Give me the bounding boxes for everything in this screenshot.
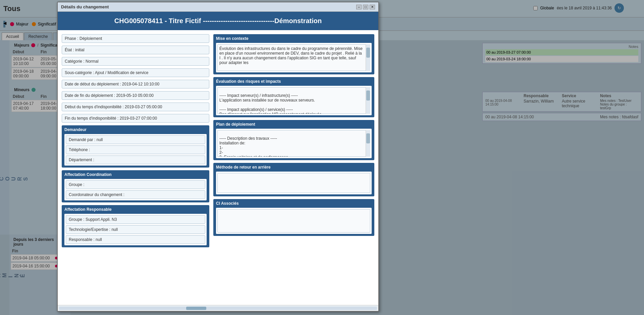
- plan-deploiement-block: Plan de déploiement ----- Description de…: [213, 120, 374, 160]
- technologie-field: Technologie/Expertise : null: [66, 225, 205, 234]
- affectation-resp-content: Groupe : Support Appli. N3 Technologie/E…: [64, 214, 207, 245]
- ci-associes-text: [217, 209, 370, 233]
- resp-groupe-field: Groupe : Support Appli. N3: [66, 215, 205, 224]
- horizontal-scrollbar[interactable]: [59, 307, 377, 310]
- methode-retour-text: [217, 173, 370, 193]
- modal-controls: – □ ✕: [356, 5, 375, 9]
- affectation-resp-block: Affectation Responsable Groupe : Support…: [62, 205, 209, 247]
- mise-en-contexte-title: Mise en contexte: [216, 36, 372, 41]
- evaluation-risques-content: ----- Impact serveur(s) / infrastructure…: [216, 86, 372, 115]
- scrollbar-thumb-eval: [366, 90, 370, 101]
- demandeur-title: Demandeur: [64, 127, 207, 132]
- date-fin-field: Date de fin du déploiement : 2019-05-10 …: [62, 91, 209, 100]
- modal-footer: [58, 305, 378, 311]
- maximize-button[interactable]: □: [363, 5, 368, 9]
- coord-groupe-field: Groupe :: [66, 180, 205, 189]
- minimize-button[interactable]: –: [356, 5, 362, 9]
- eval-content-text: ----- Impact serveur(s) / infrastructure…: [219, 93, 322, 114]
- modal-left-col: Phase : Déploiement État : initial Catég…: [62, 34, 209, 301]
- scrollbar-mise[interactable]: [366, 44, 370, 71]
- categorie-field: Catégorie : Normal: [62, 57, 209, 66]
- modal-title: Détails du changement: [61, 4, 109, 9]
- demandeur-block: Demandeur Demandé par : null Téléphone :…: [62, 125, 209, 168]
- methode-retour-title: Méthode de retour en arrière: [216, 165, 372, 170]
- modal-body: Phase : Déploiement État : initial Catég…: [58, 30, 378, 305]
- affectation-coord-content: Groupe : Coordonateur du changement :: [64, 179, 207, 200]
- plan-wrapper: ----- Description des travaux ----- Inst…: [217, 130, 370, 157]
- evaluation-risques-text: ----- Impact serveur(s) / infrastructure…: [217, 87, 370, 114]
- mise-en-contexte-content-text: Évolution des infrastructures du dans le…: [219, 46, 363, 65]
- methode-retour-block: Méthode de retour en arrière: [213, 163, 374, 196]
- mise-en-contexte-block: Mise en contexte Évolution des infrastru…: [213, 34, 374, 74]
- modal-titlebar: Détails du changement – □ ✕: [58, 2, 378, 12]
- affectation-resp-title: Affectation Responsable: [64, 207, 207, 212]
- coordonateur-field: Coordonateur du changement :: [66, 190, 205, 199]
- modal-details: Détails du changement – □ ✕ CHG005078411…: [57, 2, 379, 312]
- modal-right-col: Mise en contexte Évolution des infrastru…: [213, 34, 374, 301]
- demandeur-content: Demandé par : null Téléphone : Départeme…: [64, 134, 207, 166]
- mise-en-contexte-content: Évolution des infrastructures du dans le…: [216, 43, 372, 72]
- scrollbar-eval[interactable]: [366, 87, 370, 114]
- methode-retour-content: [216, 172, 372, 194]
- departement-field: Département :: [66, 155, 205, 164]
- eval-wrapper: ----- Impact serveur(s) / infrastructure…: [217, 87, 370, 114]
- telephone-field: Téléphone :: [66, 145, 205, 154]
- mise-en-contexte-text: Évolution des infrastructures du dans le…: [217, 44, 370, 71]
- phase-field: Phase : Déploiement: [62, 34, 209, 43]
- close-button[interactable]: ✕: [370, 5, 375, 9]
- scrollbar-thumb-plan: [366, 133, 370, 143]
- date-debut-field: Date de début du déploiement : 2019-04-1…: [62, 80, 209, 88]
- affectation-coord-block: Affectation Coordination Groupe : Coordo…: [62, 170, 209, 202]
- ci-associes-block: CI Associés: [213, 199, 374, 236]
- ci-associes-content: [216, 208, 372, 234]
- affectation-coord-title: Affectation Coordination: [64, 172, 207, 177]
- plan-content-text: ----- Description des travaux ----- Inst…: [219, 136, 288, 157]
- ci-associes-title: CI Associés: [216, 201, 372, 206]
- scrollbar-thumb-mise: [366, 48, 370, 58]
- etat-field: État : initial: [62, 46, 209, 54]
- h-scrollbar-thumb: [186, 307, 206, 310]
- debut-indispo-field: Début du temps d'indisponibilité : 2019-…: [62, 103, 209, 111]
- responsable-field: Responsable : null: [66, 235, 205, 244]
- mise-en-contexte-wrapper: Évolution des infrastructures du dans le…: [217, 44, 370, 71]
- plan-deploiement-content: ----- Description des travaux ----- Inst…: [216, 129, 372, 158]
- modal-header: CHG005078411 - Titre Fictif ------------…: [58, 12, 378, 30]
- fin-indispo-field: Fin du temps d'indisponibilité : 2019-03…: [62, 114, 209, 123]
- scrollbar-plan[interactable]: [366, 130, 370, 157]
- evaluation-risques-block: Évaluation des risques et impacts ----- …: [213, 77, 374, 117]
- plan-deploiement-text: ----- Description des travaux ----- Inst…: [217, 130, 370, 157]
- plan-deploiement-title: Plan de déploiement: [216, 122, 372, 127]
- modal-header-title: CHG005078411 - Titre Fictif ------------…: [63, 17, 373, 25]
- demande-par-field: Demandé par : null: [66, 135, 205, 144]
- sous-categorie-field: Sous-catégorie : Ajout / Modification de…: [62, 68, 209, 77]
- evaluation-risques-title: Évaluation des risques et impacts: [216, 79, 372, 84]
